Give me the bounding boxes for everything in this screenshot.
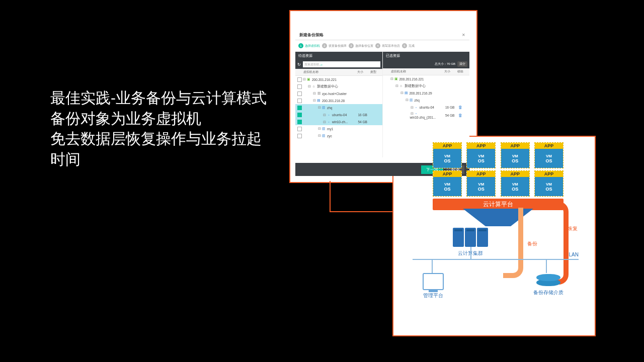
dialog-title: 新建备份策略 <box>299 32 324 38</box>
backup-arrow <box>503 208 523 278</box>
vm-box: APPVMOS <box>501 170 530 197</box>
vm-box: APPVMOS <box>433 170 462 197</box>
vm-box: APPVMOS <box>433 142 462 168</box>
checkbox[interactable] <box>297 99 302 103</box>
col-size: 大小 <box>444 69 457 74</box>
selected-panel: 已选资源 总大小：70 GB 清空 虚拟机名称大小移除 ⊟▣200.201.21… <box>383 52 470 157</box>
checkbox[interactable] <box>297 113 302 117</box>
lan-label: LAN <box>569 252 579 257</box>
col-type: 类型 <box>370 70 380 74</box>
clear-button[interactable]: 清空 <box>457 61 467 67</box>
checkbox[interactable] <box>297 92 302 96</box>
tree-row[interactable]: ⊟▥my1 <box>295 125 382 132</box>
tree-row[interactable]: ⊟▤200.201.216.28 <box>295 97 382 104</box>
refresh-icon[interactable]: ↻ <box>297 62 301 67</box>
title-line2: 备份对象为业务虚拟机 <box>50 109 272 129</box>
dc-icon: ⌂ <box>311 84 316 88</box>
tree-row[interactable]: ⊟▣200.201.216.221 <box>383 75 470 82</box>
slide: 最佳实践-业务备份与云计算模式 备份对象为业务虚拟机 免去数据层恢复操作与业务拉… <box>0 0 644 362</box>
col-size: 大小 <box>357 70 370 74</box>
node-label: 新建数据中心 <box>317 84 338 88</box>
col-del: 移除 <box>457 69 467 74</box>
title-line3: 免去数据层恢复操作与业务拉起时间 <box>50 129 272 169</box>
checkbox[interactable] <box>297 106 302 110</box>
available-tree[interactable]: ⊟▣200.201.216.221⊟⌂新建数据中心⊟☷zpc-host+Clus… <box>295 76 382 157</box>
node-label: 新建数据中心 <box>405 84 426 87</box>
tree-row[interactable]: ⊟▥zhq <box>295 104 382 111</box>
search-icon[interactable]: ⌕ <box>320 63 323 66</box>
step-5[interactable]: 5完成 <box>402 43 415 48</box>
vm-icon: ▫ <box>327 113 331 117</box>
tree-row[interactable]: ⊟⌂新建数据中心 <box>295 83 382 90</box>
disk-icon <box>536 274 560 281</box>
tree-row[interactable]: ⊟▤200.201.216.29 <box>383 89 470 97</box>
architecture-diagram: APPVMOSAPPVMOSAPPVMOSAPPVMOS APPVMOSAPPV… <box>403 142 584 328</box>
step-4[interactable]: 4填写基本信息 <box>375 43 400 48</box>
node-label: ubuntu-04 <box>420 106 434 109</box>
search-input[interactable]: 搜索虚拟机 ⌕ <box>303 61 380 67</box>
title-line1: 最佳实践-业务备份与云计算模式 <box>50 88 272 109</box>
vm-icon: ▫ <box>414 105 419 110</box>
available-header: 待选资源 <box>295 52 382 60</box>
folder-icon: ▥ <box>321 127 326 131</box>
lan-line <box>413 259 579 260</box>
vc-icon: ▣ <box>394 77 398 81</box>
step-1[interactable]: 1选择虚拟机 <box>298 43 320 48</box>
node-label: 200.201.216.221 <box>399 77 424 80</box>
vm-box: APPVMOS <box>534 142 564 168</box>
host-icon: ▤ <box>404 91 409 96</box>
step-3[interactable]: 3选择备份位置 <box>349 43 373 48</box>
tree-row[interactable]: ⊟▣200.201.216.221 <box>295 76 382 83</box>
tree-row[interactable]: ⊟▫win10-zh...54 GB <box>295 118 382 125</box>
host-icon: ▤ <box>316 99 321 103</box>
node-label: win10-zhq_(201... <box>410 116 436 119</box>
checkbox[interactable] <box>297 127 302 131</box>
node-label: 200.201.216.221 <box>312 77 337 81</box>
close-icon[interactable]: ✕ <box>462 33 465 37</box>
management-platform: 管理平台 <box>423 273 444 299</box>
node-label: zyc <box>327 134 332 137</box>
tree-row[interactable]: ⊟▫ubuntu-0416 GB <box>295 111 382 118</box>
vm-box: APPVMOS <box>501 142 530 168</box>
checkbox[interactable] <box>297 134 302 138</box>
tree-row[interactable]: ⊟▥zhq <box>383 97 470 104</box>
node-label: 200.201.216.29 <box>410 91 432 95</box>
remove-icon[interactable]: 🗑 <box>458 113 462 118</box>
dc-icon: ⌂ <box>399 83 404 88</box>
vc-icon: ▣ <box>306 77 311 82</box>
vm-box: APPVMOS <box>466 170 496 197</box>
col-name: 虚拟机名称 <box>391 69 445 74</box>
tree-row[interactable]: ⊟▫ubuntu-0416 GB🗑 <box>383 104 470 111</box>
remove-icon[interactable]: 🗑 <box>458 105 462 110</box>
node-label: win10-zh... <box>332 120 348 124</box>
available-panel: 待选资源 ↻ 搜索虚拟机 ⌕ 虚拟机名称大小类型 ⊟▣200.201.216.2… <box>295 52 383 157</box>
node-label: 200.201.216.28 <box>322 99 345 102</box>
node-label: ubuntu-04 <box>332 113 347 117</box>
cluster-icon: ☷ <box>316 92 321 96</box>
vline <box>432 259 433 274</box>
checkbox[interactable] <box>297 120 302 124</box>
vm-box: APPVMOS <box>534 170 564 197</box>
backup-label: 备份 <box>527 240 537 247</box>
folder-icon: ▥ <box>409 98 414 103</box>
tree-row[interactable]: ⊟⌂新建数据中心 <box>383 82 470 89</box>
checkbox[interactable] <box>297 84 302 89</box>
tree-row[interactable]: ⊟☷zpc-host+Cluster <box>295 90 382 97</box>
vline <box>546 259 547 273</box>
restore-label: 恢复 <box>568 225 578 232</box>
vm-icon: ▫ <box>414 111 419 116</box>
col-name: 虚拟机名称 <box>303 70 357 74</box>
folder-icon: ▥ <box>321 134 326 138</box>
vm-icon: ▫ <box>327 120 331 124</box>
tree-row[interactable]: ⊟▥zyc <box>295 132 382 139</box>
checkbox[interactable] <box>297 77 302 82</box>
wizard-steps: 1选择虚拟机 2设置备份频率 3选择备份位置 4填写基本信息 5完成 <box>295 40 469 52</box>
monitor-icon <box>423 273 444 290</box>
step-2[interactable]: 2设置备份频率 <box>322 43 347 48</box>
title-block: 最佳实践-业务备份与云计算模式 备份对象为业务虚拟机 免去数据层恢复操作与业务拉… <box>50 88 272 169</box>
node-label: zpc-host+Cluster <box>322 92 347 95</box>
tree-row[interactable]: ⊟▫win10-zhq_(201...54 GB🗑 <box>383 111 470 120</box>
vm-box: APPVMOS <box>466 142 496 168</box>
selected-header: 已选资源 <box>383 52 470 60</box>
backup-storage: 备份存储介质 <box>533 272 564 296</box>
